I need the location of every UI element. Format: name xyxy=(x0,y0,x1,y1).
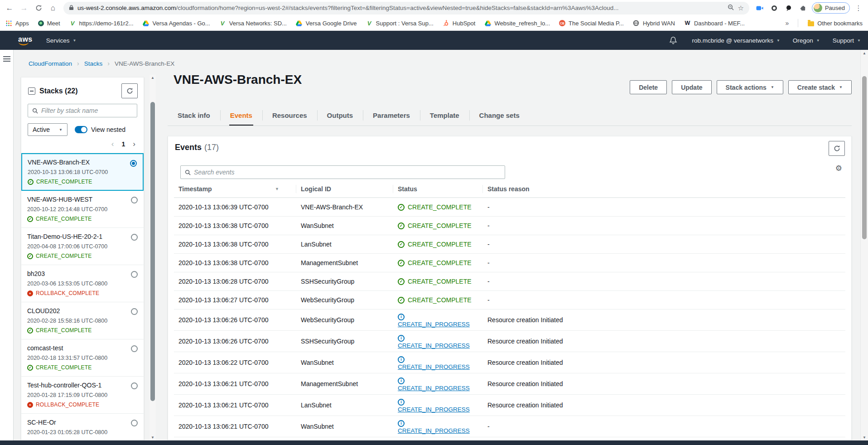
tab-events[interactable]: Events xyxy=(220,105,262,126)
zoom-icon[interactable] xyxy=(728,4,734,12)
stack-radio[interactable] xyxy=(131,308,138,315)
scrollbar-thumb[interactable] xyxy=(150,102,155,401)
stack-filter-input[interactable] xyxy=(41,107,133,114)
hamburger-menu-icon[interactable] xyxy=(3,58,10,59)
tab-stack-info[interactable]: Stack info xyxy=(168,105,220,126)
stack-list-item[interactable]: Test-hub-controller-QOS-12020-01-28 17:1… xyxy=(21,377,144,414)
scroll-up-icon[interactable]: ▲ xyxy=(861,51,868,55)
stack-list-item[interactable]: Titan-Demo-US-HE-20-2-12020-04-08 17:00:… xyxy=(21,228,144,265)
bookmark-item[interactable]: Versa Google Drive xyxy=(296,20,357,27)
tab-outputs[interactable]: Outputs xyxy=(317,105,363,126)
page-number[interactable]: 1 xyxy=(122,140,125,148)
cell-status: CREATE_COMPLETE xyxy=(393,259,483,266)
bookmark-star-icon[interactable]: ☆ xyxy=(738,4,743,12)
status-link[interactable]: CREATE_IN_PROGRESS xyxy=(398,342,478,349)
stack-list-item[interactable]: bh2032020-03-06 13:53:05 UTC-0800ROLLBAC… xyxy=(21,265,144,302)
status-link[interactable]: CREATE_IN_PROGRESS xyxy=(398,406,478,413)
profile-paused-button[interactable]: Paused xyxy=(812,2,850,14)
stack-radio[interactable] xyxy=(131,420,138,426)
stack-radio[interactable] xyxy=(131,234,138,241)
refresh-events-button[interactable] xyxy=(829,141,845,156)
bookmark-label: Versa Google Drive xyxy=(306,20,357,27)
services-menu[interactable]: Services▼ xyxy=(46,37,77,44)
stack-status-filter-select[interactable]: Active▼ xyxy=(28,123,68,136)
bookmark-item[interactable]: WDashboard - MEF... xyxy=(684,20,745,27)
page-scrollbar[interactable]: ▲ ▼ xyxy=(860,50,868,440)
bookmark-item[interactable]: Vhttps://demo-161r2... xyxy=(69,20,134,27)
column-header-logical-id[interactable]: Logical ID xyxy=(296,181,393,197)
stack-list-item[interactable]: SC-HE-Or2020-01-23 01:05:28 UTC-0800 xyxy=(21,414,144,440)
create-stack-button[interactable]: Create stack▼ xyxy=(788,80,852,94)
bookmark-item[interactable]: Hybrid WAN xyxy=(633,20,675,27)
stack-list-item[interactable]: VNE-AWS-HUB-WEST2020-10-12 20:14:48 UTC-… xyxy=(21,191,144,228)
info-circle-icon xyxy=(398,314,405,320)
more-bookmarks-icon[interactable]: » xyxy=(786,19,789,27)
kebab-menu-icon[interactable]: ⋮ xyxy=(853,2,864,14)
scrollbar-thumb[interactable] xyxy=(862,76,867,239)
circle-extension-icon[interactable] xyxy=(768,2,780,14)
extensions-icon[interactable] xyxy=(797,2,809,14)
tab-change-sets[interactable]: Change sets xyxy=(469,105,530,126)
tab-template[interactable]: Template xyxy=(420,105,469,126)
stack-radio[interactable] xyxy=(131,382,138,389)
balloon-extension-icon[interactable] xyxy=(783,2,795,14)
tab-parameters[interactable]: Parameters xyxy=(363,105,420,126)
stack-list-item[interactable]: comcast-test2020-02-18 13:31:57 UTC-0800… xyxy=(21,339,144,377)
bookmark-item[interactable]: VSupport : Versa Sup... xyxy=(366,20,434,27)
status-link[interactable]: CREATE_IN_PROGRESS xyxy=(398,385,478,392)
bookmark-label: HubSpot xyxy=(453,20,476,27)
bookmark-item[interactable]: HubSpot xyxy=(443,20,476,27)
stack-radio[interactable] xyxy=(131,271,138,278)
tab-resources[interactable]: Resources xyxy=(262,105,317,126)
aws-logo[interactable]: aws xyxy=(18,35,33,44)
stack-status: ROLLBACK_COMPLETE xyxy=(27,401,138,408)
stack-timestamp: 2020-02-28 15:58:16 UTC-0800 xyxy=(27,318,138,324)
video-extension-icon[interactable] xyxy=(754,2,766,14)
breadcrumb-item-cloudformation[interactable]: CloudFormation xyxy=(29,60,72,67)
bookmark-item[interactable]: Website_refresh_lo... xyxy=(484,20,550,27)
scroll-up-icon[interactable]: ▲ xyxy=(149,76,156,80)
breadcrumb-item-stacks[interactable]: Stacks xyxy=(84,60,103,67)
apps-shortcut[interactable]: Apps xyxy=(5,20,29,27)
home-icon[interactable]: ⌂ xyxy=(47,2,59,14)
stack-radio[interactable] xyxy=(131,197,138,203)
column-header-status[interactable]: Status xyxy=(393,181,483,197)
stack-radio[interactable] xyxy=(130,160,137,167)
scroll-down-icon[interactable]: ▼ xyxy=(861,435,868,440)
chevron-left-icon[interactable]: ‹ xyxy=(111,140,114,149)
account-menu[interactable]: rob.mcbride @ versanetworks▼ xyxy=(692,37,780,44)
region-menu[interactable]: Oregon▼ xyxy=(793,37,820,44)
other-bookmarks[interactable]: Other bookmarks xyxy=(807,20,863,27)
refresh-stacks-button[interactable] xyxy=(121,83,138,98)
collapse-panel-icon[interactable] xyxy=(28,87,35,95)
stack-radio[interactable] xyxy=(131,345,138,352)
bookmark-item[interactable]: Versa Agendas - Go... xyxy=(143,20,210,27)
bookmark-item[interactable]: Meet xyxy=(38,20,60,27)
bookmark-item[interactable]: VVersa Networks: SD... xyxy=(219,20,287,27)
reload-icon[interactable] xyxy=(33,2,44,14)
status-link[interactable]: CREATE_IN_PROGRESS xyxy=(398,321,478,328)
gear-icon[interactable]: ⚙ xyxy=(835,164,842,173)
stack-actions-button[interactable]: Stack actions▼ xyxy=(717,80,783,94)
events-search-input[interactable] xyxy=(194,169,501,176)
stack-list-item[interactable]: VNE-AWS-Branch-EX2020-10-13 13:06:18 UTC… xyxy=(21,153,144,191)
scroll-down-icon[interactable]: ▼ xyxy=(149,435,156,440)
update-button[interactable]: Update xyxy=(672,80,711,94)
cell-status: CREATE_IN_PROGRESS xyxy=(393,355,483,370)
status-link[interactable]: CREATE_IN_PROGRESS xyxy=(398,363,478,370)
view-nested-toggle[interactable] xyxy=(75,126,87,133)
column-header-status-reason[interactable]: Status reason xyxy=(483,181,845,197)
stacks-scrollbar[interactable]: ▲ ▼ xyxy=(149,75,156,440)
notifications-bell-icon[interactable] xyxy=(669,36,677,44)
back-icon[interactable]: ← xyxy=(4,2,15,14)
bookmark-item[interactable]: CBThe Social Media P... xyxy=(559,20,624,27)
column-header-timestamp[interactable]: Timestamp ▼ xyxy=(174,181,296,197)
stack-list-item[interactable]: CLOUD2022020-02-28 15:58:16 UTC-0800CREA… xyxy=(21,302,144,339)
address-bar[interactable]: us-west-2.console.aws.amazon.com/cloudfo… xyxy=(63,2,749,15)
status-link[interactable]: CREATE_IN_PROGRESS xyxy=(398,427,478,434)
support-menu[interactable]: Support▼ xyxy=(833,37,861,44)
forward-icon[interactable]: → xyxy=(18,2,30,14)
sort-desc-icon[interactable]: ▼ xyxy=(275,187,279,191)
chevron-right-icon[interactable]: › xyxy=(133,140,135,149)
delete-button[interactable]: Delete xyxy=(630,80,667,94)
